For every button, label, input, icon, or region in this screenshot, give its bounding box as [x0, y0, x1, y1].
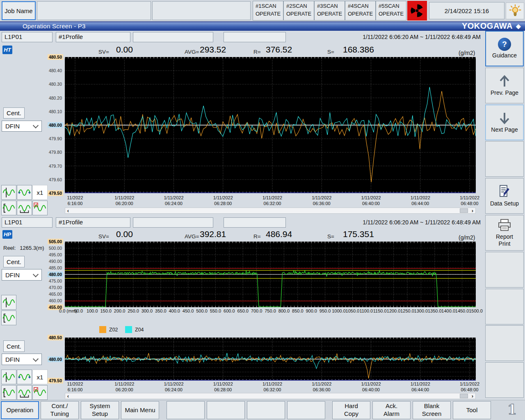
wave-span-button[interactable]	[17, 201, 32, 215]
tag-field-top[interactable]: L1P01	[2, 32, 52, 42]
filter-select-top[interactable]: DFIN	[2, 121, 42, 132]
y-tick-label: 480.00	[48, 122, 63, 128]
wave-cursor-button[interactable]	[1, 370, 16, 384]
y-tick-label: 480.50	[48, 54, 63, 60]
wave-left-edge-button[interactable]	[1, 310, 16, 325]
zoom-x1-button[interactable]: x1	[32, 185, 48, 200]
wave-left-edge-button[interactable]	[1, 385, 16, 400]
sidebar-item-blank-3[interactable]	[485, 141, 524, 177]
page-indicator: 1	[507, 402, 517, 418]
tool-button[interactable]: Tool	[453, 401, 491, 419]
r-label-mid: R=	[253, 233, 261, 240]
scroll-right-arrow[interactable]: ›	[470, 393, 475, 399]
filter-select-bottom[interactable]: DFIN	[2, 354, 42, 365]
x-tick-label: 1/11/2022 06:28:00	[205, 381, 242, 393]
avg-label-top: AVG=	[185, 49, 199, 55]
sidebar-item-report-print[interactable]: Report Print	[485, 215, 524, 251]
y-tick-label: 485.00	[48, 265, 63, 271]
tag-field-mid[interactable]: L1P01	[2, 217, 52, 228]
profile-chart	[65, 242, 476, 307]
blank-screen-button[interactable]: Blank Screen	[413, 401, 451, 419]
scroll-thumb[interactable]	[460, 208, 468, 213]
zoom-x1-button[interactable]: x1	[32, 370, 48, 384]
brightness-button[interactable]	[506, 2, 524, 19]
extra-field-mid-1[interactable]	[133, 217, 213, 228]
sidebar-item-label: Guidance	[492, 52, 517, 59]
extra-field-top-1[interactable]	[133, 32, 213, 42]
wave-marker-button[interactable]	[17, 370, 32, 384]
y-tick-label: 460.00	[48, 298, 63, 304]
blank-4-button[interactable]	[167, 401, 205, 419]
profile-field-top[interactable]: #1Profile	[56, 32, 130, 42]
job-field-2[interactable]	[152, 1, 251, 20]
sidebar-item-blank-7[interactable]	[485, 289, 524, 324]
wave-span-button[interactable]	[17, 385, 32, 400]
scroll-left-arrow[interactable]: ‹	[65, 393, 71, 399]
radiation-source-indicator	[407, 1, 427, 21]
scroll-left-arrow[interactable]: ‹	[65, 208, 71, 213]
x-tick-label: 1/11/2022 06:44:00	[402, 195, 439, 207]
r-value-mid: 486.94	[266, 229, 292, 239]
title-bar: Operation Screen - P3 YOKOGAWA ◆	[0, 21, 525, 31]
x-tick-label: 1/11/2022 06:32:00	[254, 195, 291, 207]
operation-screen: Job Name 2/14/2022 15:16 Operation Scree…	[0, 0, 525, 420]
badge-ht: HT	[2, 46, 12, 54]
sidebar-item-data-setup[interactable]: Data Setup	[485, 178, 524, 214]
wave-marker-button[interactable]	[17, 185, 32, 200]
scrollbar-top[interactable]: ‹ ›	[65, 208, 476, 214]
filter-select-mid[interactable]: DFIN	[2, 269, 42, 281]
avg-value-top: 293.52	[200, 45, 226, 55]
sidebar-item-blank-8[interactable]	[485, 325, 524, 361]
extra-field-top-2[interactable]	[224, 32, 286, 42]
job-name-button[interactable]: Job Name	[2, 1, 36, 20]
wave-left-edge-button[interactable]	[1, 201, 16, 215]
scan-button-5[interactable]: #5SCAN OPERATE	[376, 1, 406, 21]
cont-tuning-button[interactable]: Cont./ Tuning	[41, 401, 79, 419]
hard-copy-button[interactable]: Hard Copy	[332, 401, 370, 419]
x-tick-label: 1/11/2022 06:20:00	[106, 381, 143, 393]
scan-button-3[interactable]: #3SCAN OPERATE	[314, 1, 345, 21]
scan-button-2[interactable]: #2SCAN OPERATE	[283, 1, 314, 21]
legend-swatch-z02	[99, 326, 106, 333]
main-menu-button[interactable]: Main Menu	[121, 401, 159, 419]
unit-mid: (g/m2)	[459, 234, 475, 241]
sv-label-mid: SV=	[98, 233, 109, 240]
bottom-bar: 1 OperationCont./ TuningSystem SetupMain…	[0, 400, 525, 420]
y-tick-label: 480.10	[48, 109, 63, 114]
job-field-1[interactable]	[37, 1, 151, 20]
sidebar-item-blank-6[interactable]	[485, 252, 524, 288]
cent-button-bottom[interactable]: Cent.	[3, 340, 25, 352]
blank-7-button[interactable]	[287, 401, 325, 419]
chevron-down-icon	[33, 356, 39, 361]
x-tick-label: 1/11/2022 06:36:00	[303, 195, 340, 207]
time-range-mid: 1/11/2022 6:06:20 AM ~ 1/11/2022 6:48:49…	[363, 219, 481, 226]
profile-field-mid[interactable]: #1Profile	[56, 217, 130, 228]
wave-cursor-button[interactable]	[1, 185, 16, 200]
chevron-down-icon	[33, 123, 39, 128]
wave-select-button[interactable]	[32, 201, 48, 215]
cent-button-mid[interactable]: Cent.	[3, 256, 25, 267]
system-setup-button[interactable]: System Setup	[81, 401, 119, 419]
avg-value-mid: 392.81	[200, 229, 226, 239]
chevron-down-icon	[33, 271, 39, 277]
ack-alarm-button[interactable]: Ack. Alarm	[372, 401, 411, 419]
sidebar-item-prev-page[interactable]: Prev. Page	[485, 68, 524, 103]
sidebar-item-blank-9[interactable]	[485, 362, 524, 398]
cent-button-top[interactable]: Cent.	[3, 107, 25, 119]
scan-button-4[interactable]: #4SCAN OPERATE	[345, 1, 376, 21]
sidebar-item-guidance[interactable]: ?Guidance	[485, 31, 524, 66]
scrollbar-bottom[interactable]: ‹ ›	[65, 393, 476, 399]
scan-button-1[interactable]: #1SCAN OPERATE	[253, 1, 283, 21]
y-axis-top: 480.50480.40480.30480.20480.10480.00479.…	[41, 57, 63, 193]
r-label-top: R=	[253, 49, 261, 55]
blank-5-button[interactable]	[207, 401, 245, 419]
scroll-thumb[interactable]	[460, 394, 468, 398]
wave-select-button[interactable]	[32, 385, 48, 400]
y-tick-label: 479.90	[48, 136, 63, 142]
scroll-right-arrow[interactable]: ›	[470, 208, 475, 213]
extra-field-mid-2[interactable]	[224, 217, 286, 228]
sidebar-item-next-page[interactable]: Next Page	[485, 105, 524, 140]
blank-6-button[interactable]	[247, 401, 285, 419]
wave-cursor-button[interactable]	[1, 295, 16, 310]
operation-button[interactable]: Operation	[1, 401, 39, 419]
